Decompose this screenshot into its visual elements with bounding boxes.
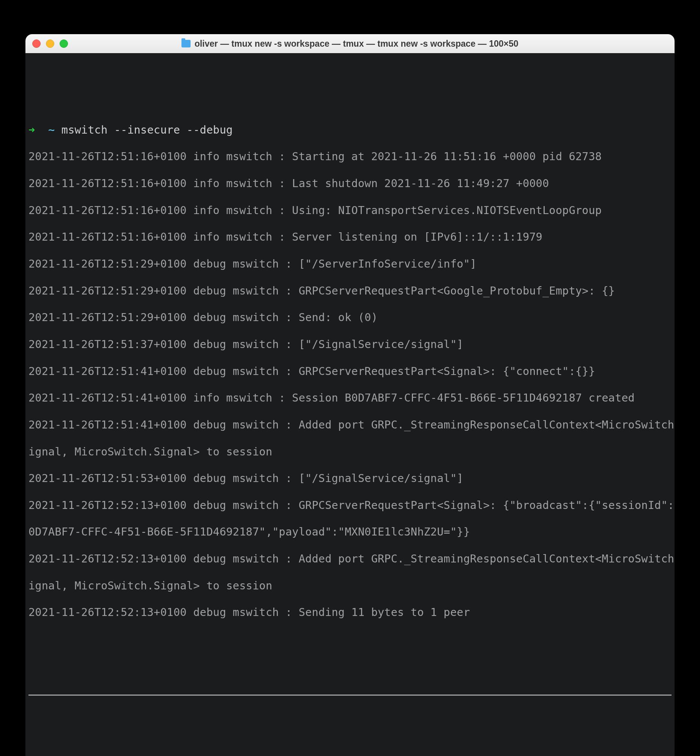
log-line: 2021-11-26T12:51:41+0100 info mswitch : … bbox=[28, 391, 672, 405]
window-controls bbox=[32, 39, 68, 48]
log-line: 2021-11-26T12:52:13+0100 debug mswitch :… bbox=[28, 499, 672, 512]
close-icon[interactable] bbox=[32, 39, 41, 48]
tmux-pane-2[interactable]: ➜ ~ mclient signal --insecure .c Sending… bbox=[28, 739, 672, 756]
log-line: 2021-11-26T12:51:16+0100 info mswitch : … bbox=[28, 177, 672, 190]
log-line: 2021-11-26T12:51:16+0100 info mswitch : … bbox=[28, 230, 672, 244]
tmux-pane-1[interactable]: ➜ ~ mswitch --insecure --debug 2021-11-2… bbox=[28, 96, 672, 648]
log-line: 2021-11-26T12:51:29+0100 debug mswitch :… bbox=[28, 311, 672, 324]
log-line: 2021-11-26T12:51:29+0100 debug mswitch :… bbox=[28, 284, 672, 298]
pane-divider[interactable] bbox=[28, 695, 672, 696]
log-line: 2021-11-26T12:51:16+0100 info mswitch : … bbox=[28, 150, 672, 163]
window-title-wrap: oliver — tmux new -s workspace — tmux — … bbox=[25, 39, 675, 49]
terminal-window: oliver — tmux new -s workspace — tmux — … bbox=[25, 34, 675, 756]
log-line: 0D7ABF7-CFFC-4F51-B66E-5F11D4692187","pa… bbox=[28, 525, 672, 539]
terminal-body[interactable]: ➜ ~ mswitch --insecure --debug 2021-11-2… bbox=[25, 53, 675, 756]
log-line: ignal, MicroSwitch.Signal> to session bbox=[28, 445, 672, 458]
log-line: 2021-11-26T12:51:29+0100 debug mswitch :… bbox=[28, 257, 672, 271]
log-line: 2021-11-26T12:52:13+0100 debug mswitch :… bbox=[28, 606, 672, 619]
log-line: ignal, MicroSwitch.Signal> to session bbox=[28, 579, 672, 592]
folder-icon bbox=[181, 40, 191, 47]
log-line: 2021-11-26T12:51:41+0100 debug mswitch :… bbox=[28, 418, 672, 432]
log-line: 2021-11-26T12:51:41+0100 debug mswitch :… bbox=[28, 365, 672, 378]
zoom-icon[interactable] bbox=[60, 39, 68, 48]
log-line: 2021-11-26T12:51:16+0100 info mswitch : … bbox=[28, 204, 672, 217]
prompt-arrow: ➜ bbox=[28, 124, 35, 136]
prompt-tilde: ~ bbox=[48, 124, 55, 136]
minimize-icon[interactable] bbox=[46, 39, 54, 48]
log-line: 2021-11-26T12:51:37+0100 debug mswitch :… bbox=[28, 338, 672, 351]
log-line: 2021-11-26T12:52:13+0100 debug mswitch :… bbox=[28, 552, 672, 565]
window-titlebar: oliver — tmux new -s workspace — tmux — … bbox=[25, 34, 675, 53]
window-title: oliver — tmux new -s workspace — tmux — … bbox=[194, 39, 518, 49]
command-text: mswitch --insecure --debug bbox=[61, 124, 233, 136]
log-line: 2021-11-26T12:51:53+0100 debug mswitch :… bbox=[28, 472, 672, 485]
